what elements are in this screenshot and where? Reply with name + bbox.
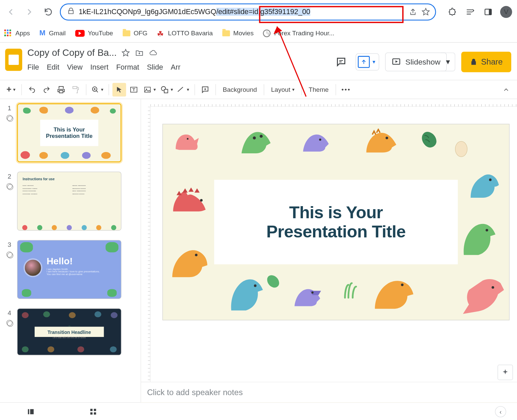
paint-format-button[interactable] xyxy=(69,83,82,97)
text-box-tool[interactable] xyxy=(127,83,141,97)
layout-button[interactable]: Layout xyxy=(268,83,298,97)
svg-rect-28 xyxy=(94,409,96,411)
comments-icon[interactable] xyxy=(333,53,350,71)
filmstrip-view-icon[interactable] xyxy=(23,404,39,419)
grid-view-icon[interactable] xyxy=(85,404,101,419)
apps-icon xyxy=(4,29,12,37)
thumbnail-4[interactable]: ⌒ Transition Headline Let's start with t… xyxy=(17,308,122,355)
chevron-down-icon: ▼ xyxy=(372,60,376,65)
grass-decoration xyxy=(342,280,359,299)
browser-actions: V xyxy=(446,6,512,18)
menu-file[interactable]: File xyxy=(27,63,39,72)
leaf-decoration xyxy=(419,130,438,149)
star-icon[interactable] xyxy=(121,48,131,58)
horizontal-ruler[interactable] xyxy=(150,99,517,107)
thumbnail-slot-2[interactable]: 2 Instructions for use ━━━ ━━━━━━━━━━━━ … xyxy=(2,170,139,238)
menu-arrange[interactable]: Arr xyxy=(171,63,180,72)
forex-bookmark[interactable]: Forex Trading Hour... xyxy=(263,29,334,37)
title-line-2: Presentation Title xyxy=(266,222,406,241)
svg-point-19 xyxy=(200,199,203,202)
dino-decoration xyxy=(236,127,274,157)
bookmark-star-icon[interactable] xyxy=(421,7,431,17)
apps-bookmark[interactable]: Apps xyxy=(4,29,30,37)
move-to-drive-icon[interactable] xyxy=(135,48,144,58)
document-title[interactable]: Copy of Copy of Ba... xyxy=(27,47,117,59)
new-slide-button[interactable]: + xyxy=(4,83,18,97)
slides-logo-icon[interactable] xyxy=(5,49,22,71)
slide-number: 3 xyxy=(8,241,11,248)
slideshow-button[interactable]: Slideshow xyxy=(385,52,447,71)
present-mode-toggle[interactable]: ▼ xyxy=(356,53,379,71)
image-tool[interactable] xyxy=(141,83,158,97)
slideshow-label: Slideshow xyxy=(405,58,440,67)
shape-tool[interactable] xyxy=(159,83,173,97)
slide-number: 1 xyxy=(8,104,11,112)
address-bar[interactable]: 1kE-IL21hCQONp9_lg6gJGM01dEc5WGQ/edit#sl… xyxy=(60,3,436,21)
thumbnail-1[interactable]: This is YourPresentation Title xyxy=(17,103,122,162)
menu-format[interactable]: Format xyxy=(116,63,139,72)
youtube-bookmark[interactable]: YouTube xyxy=(75,30,113,37)
share-url-icon[interactable] xyxy=(408,7,418,17)
movies-bookmark[interactable]: Movies xyxy=(222,30,253,37)
media-icon[interactable] xyxy=(464,6,476,18)
present-up-icon xyxy=(358,56,370,68)
lotto-bookmark[interactable]: ☘LOTTO Bavaria xyxy=(157,29,213,37)
background-button[interactable]: Background xyxy=(219,83,261,97)
profile-avatar[interactable]: V xyxy=(500,6,512,18)
redo-button[interactable] xyxy=(40,83,54,97)
filmstrip[interactable]: 1 This is YourPresentation Title xyxy=(0,99,141,403)
svg-rect-25 xyxy=(28,409,29,414)
thumbnail-slot-1[interactable]: 1 This is YourPresentation Title xyxy=(2,102,139,170)
menu-edit[interactable]: Edit xyxy=(47,63,59,72)
collapse-toolbar-icon[interactable] xyxy=(499,83,513,97)
svg-point-22 xyxy=(311,292,313,294)
select-tool[interactable] xyxy=(112,83,126,97)
thumbnail-2[interactable]: Instructions for use ━━━ ━━━━━━━━━━━━ ━━… xyxy=(17,172,122,231)
svg-point-24 xyxy=(492,286,494,289)
zoom-button[interactable] xyxy=(90,83,105,97)
transition-icon xyxy=(6,320,12,326)
share-button[interactable]: Share xyxy=(461,52,511,72)
theme-button[interactable]: Theme xyxy=(305,83,332,97)
menu-slide[interactable]: Slide xyxy=(147,63,163,72)
transition-icon xyxy=(6,252,12,258)
back-button[interactable] xyxy=(3,5,18,19)
side-panel-icon[interactable] xyxy=(482,6,494,18)
chevron-down-icon: ▼ xyxy=(445,58,451,66)
bookmarks-bar: Apps MGmail YouTube OFG ☘LOTTO Bavaria M… xyxy=(0,24,517,43)
slide-number: 4 xyxy=(8,309,11,316)
slide-stage[interactable]: This is Your Presentation Title xyxy=(150,107,517,382)
toolbar: + Background Layout Theme ••• xyxy=(0,80,517,99)
speaker-notes[interactable]: Click to add speaker notes xyxy=(141,382,517,402)
thumbnail-slot-3[interactable]: 3 Hello! I am Jayden SmithI am here beca… xyxy=(2,238,139,307)
collapse-filmstrip-button[interactable]: ‹ xyxy=(495,406,506,417)
ofg-bookmark[interactable]: OFG xyxy=(123,30,147,37)
forward-button[interactable] xyxy=(22,5,37,19)
share-label: Share xyxy=(481,57,503,67)
svg-point-18 xyxy=(486,229,488,232)
cloud-status-icon[interactable] xyxy=(148,48,158,58)
transition-icon xyxy=(6,183,12,189)
title-text-box[interactable]: This is Your Presentation Title xyxy=(214,180,458,264)
thumbnail-slot-4[interactable]: 4 ⌒ Transition Headline Let's start w xyxy=(2,307,139,355)
add-comment-button[interactable] xyxy=(198,83,212,97)
menu-insert[interactable]: Insert xyxy=(90,63,108,72)
undo-button[interactable] xyxy=(25,83,39,97)
more-tools-icon[interactable]: ••• xyxy=(339,83,353,97)
extensions-icon[interactable] xyxy=(446,6,458,18)
thumbnail-3[interactable]: Hello! I am Jayden SmithI am here becaus… xyxy=(17,240,122,299)
line-tool[interactable] xyxy=(174,83,191,97)
vertical-ruler[interactable] xyxy=(141,107,150,382)
gmail-bookmark[interactable]: MGmail xyxy=(39,29,66,37)
transition-icon xyxy=(6,115,12,121)
slideshow-dropdown[interactable]: ▼ xyxy=(441,52,455,71)
svg-point-17 xyxy=(489,179,492,181)
print-button[interactable] xyxy=(54,83,68,97)
dino-decoration xyxy=(364,128,400,157)
explore-button[interactable] xyxy=(497,365,513,380)
slide-canvas[interactable]: This is Your Presentation Title xyxy=(163,124,510,320)
svg-point-23 xyxy=(401,283,404,286)
reload-button[interactable] xyxy=(41,5,56,19)
menu-view[interactable]: View xyxy=(67,63,82,72)
doc-meta: Copy of Copy of Ba... File Edit View Ins… xyxy=(27,46,180,72)
